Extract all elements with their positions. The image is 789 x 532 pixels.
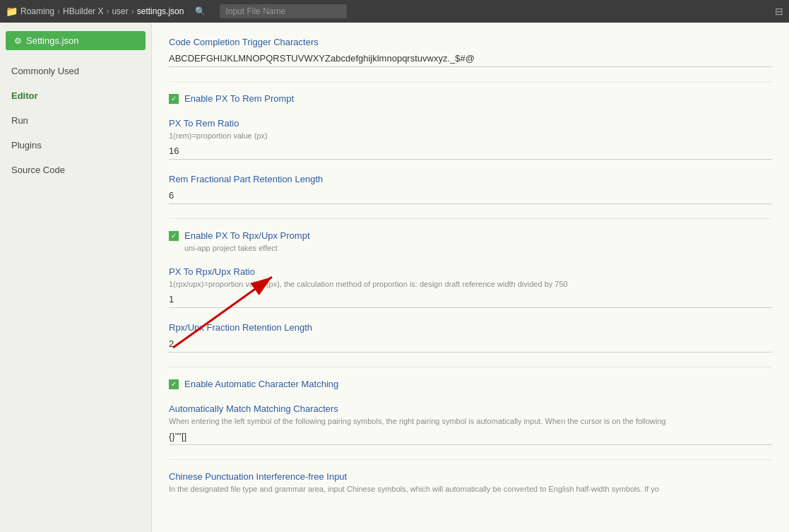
top-bar: 📁 Roaming › HBuilder X › user › settings… [0,0,789,23]
filter-icon[interactable]: ⊟ [775,6,783,17]
enable-px-rpx-checkbox[interactable]: ✓ [169,231,179,241]
breadcrumb: Roaming › HBuilder X › user › settings.j… [20,6,184,16]
setting-rem-fraction: Rem Fractional Part Retention Length [169,174,772,204]
enable-px-rem-label: Enable PX To Rem Prompt [184,93,294,104]
auto-match-chars-sublabel: When entering the left symbol of the fol… [169,417,772,425]
sidebar-item-commonly-used[interactable]: Commonly Used [0,59,151,83]
rem-fraction-label: Rem Fractional Part Retention Length [169,174,772,184]
search-icon: 🔍 [195,6,206,16]
chinese-punct-label: Chinese Punctuation Interference-free In… [169,471,772,482]
setting-code-completion: Code Completion Trigger Characters [169,37,772,67]
px-rpx-ratio-input[interactable] [169,291,772,308]
enable-px-rem-row[interactable]: ✓ Enable PX To Rem Prompt [169,93,772,104]
sidebar-item-editor[interactable]: Editor [0,83,151,108]
rpx-fraction-input[interactable] [169,336,772,353]
enable-px-rpx-label: Enable PX To Rpx/Upx Prompt [184,230,310,241]
breadcrumb-user: user [112,6,128,16]
setting-px-rem-ratio: PX To Rem Ratio 1(rem)=proportion value … [169,118,772,160]
sidebar: ⚙ Settings.json Commonly Used Editor Run… [0,23,152,532]
sidebar-item-run[interactable]: Run [0,108,151,133]
content-area: Code Completion Trigger Characters ✓ Ena… [152,23,789,532]
enable-px-rpx-sublabel: uni-app project takes effect [184,244,772,252]
breadcrumb-roaming: Roaming [20,6,54,16]
enable-px-rem-checkbox[interactable]: ✓ [169,94,179,104]
folder-icon: 📁 [6,6,18,17]
setting-enable-auto-match: ✓ Enable Automatic Character Matching [169,379,772,389]
sidebar-item-plugins[interactable]: Plugins [0,133,151,158]
breadcrumb-sep2: › [106,6,109,16]
sidebar-header-label: Settings.json [26,35,78,46]
rem-fraction-input[interactable] [169,187,772,204]
auto-match-chars-label: Automatically Match Matching Characters [169,403,772,414]
breadcrumb-sep3: › [131,6,134,16]
sidebar-header: ⚙ Settings.json [6,31,146,50]
setting-rpx-fraction: Rpx/Upx Fraction Retention Length [169,322,772,353]
setting-chinese-punct: Chinese Punctuation Interference-free In… [169,471,772,493]
sidebar-item-source-code[interactable]: Source Code [0,158,151,182]
px-rem-ratio-sublabel: 1(rem)=proportion value (px) [169,131,772,140]
enable-auto-match-label: Enable Automatic Character Matching [184,379,338,389]
enable-px-rpx-row[interactable]: ✓ Enable PX To Rpx/Upx Prompt [169,230,772,241]
setting-auto-match-chars: Automatically Match Matching Characters … [169,403,772,445]
setting-enable-px-rpx: ✓ Enable PX To Rpx/Upx Prompt uni-app pr… [169,230,772,252]
chinese-punct-sublabel: In the designated file type and grammar … [169,485,772,493]
px-rem-ratio-input[interactable] [169,143,772,160]
code-completion-input[interactable] [169,50,772,67]
px-rem-ratio-label: PX To Rem Ratio [169,118,772,129]
breadcrumb-sep1: › [57,6,60,16]
gear-icon: ⚙ [14,36,22,46]
main-layout: ⚙ Settings.json Commonly Used Editor Run… [0,23,789,532]
px-rpx-ratio-label: PX To Rpx/Upx Ratio [169,266,772,277]
rpx-fraction-label: Rpx/Upx Fraction Retention Length [169,322,772,333]
px-rpx-ratio-sublabel: 1(rpx/upx)=proportion value (px), the ca… [169,280,772,288]
code-completion-label: Code Completion Trigger Characters [169,37,772,47]
breadcrumb-settings: settings.json [137,6,184,16]
breadcrumb-hbuilder: HBuilder X [63,6,103,16]
enable-auto-match-row[interactable]: ✓ Enable Automatic Character Matching [169,379,772,389]
setting-enable-px-rem: ✓ Enable PX To Rem Prompt [169,93,772,104]
setting-px-rpx-ratio: PX To Rpx/Upx Ratio 1(rpx/upx)=proportio… [169,266,772,308]
auto-match-chars-input[interactable] [169,428,772,445]
file-search-input[interactable] [220,4,347,18]
enable-auto-match-checkbox[interactable]: ✓ [169,379,179,389]
top-bar-right: ⊟ [775,6,783,17]
